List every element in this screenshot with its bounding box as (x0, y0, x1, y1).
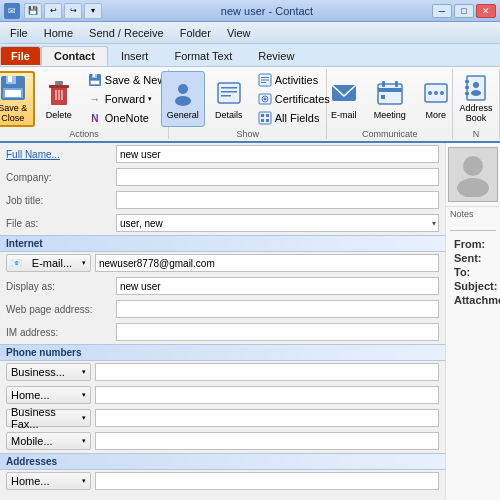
email-input[interactable] (95, 254, 439, 272)
tab-format-text[interactable]: Format Text (161, 46, 245, 66)
svg-rect-15 (91, 81, 99, 84)
mobile-button[interactable]: Mobile... ▾ (6, 432, 91, 450)
display-as-input[interactable] (116, 277, 439, 295)
details-button[interactable]: Details (207, 71, 251, 127)
activities-icon (258, 73, 272, 87)
business-fax-input[interactable] (95, 409, 439, 427)
minimize-button[interactable]: ─ (432, 4, 452, 18)
actions-label: Actions (69, 127, 99, 139)
communicate-label: Communicate (362, 127, 418, 139)
web-input[interactable] (116, 300, 439, 318)
display-as-row: Display as: (0, 275, 445, 298)
activities-label: Activities (275, 74, 318, 86)
title-bar: ✉ 💾 ↩ ↪ ▾ new user - Contact ─ □ ✕ (0, 0, 500, 22)
tab-file[interactable]: File (0, 46, 41, 66)
address-input[interactable] (95, 472, 439, 490)
delete-button[interactable]: Delete (37, 71, 81, 127)
mobile-dropdown: ▾ (82, 437, 86, 445)
general-label: General (167, 111, 199, 121)
svg-rect-38 (395, 81, 398, 87)
outlook-icon: ✉ (4, 3, 20, 19)
forward-label: Forward (105, 93, 145, 105)
job-title-input[interactable] (116, 191, 439, 209)
more-button[interactable]: More (414, 71, 458, 127)
full-name-input[interactable] (116, 145, 439, 163)
meeting-button[interactable]: Meeting (368, 71, 412, 127)
save-close-icon (0, 74, 29, 102)
menu-bar: File Home Send / Receive Folder View (0, 22, 500, 44)
address-home-button[interactable]: Home... ▾ (6, 472, 91, 490)
contact-avatar[interactable] (448, 147, 498, 202)
svg-rect-31 (266, 114, 269, 117)
full-name-label[interactable]: Full Name... (6, 149, 116, 160)
file-as-select[interactable]: user, new (116, 214, 439, 232)
show-content: General Details (161, 71, 335, 127)
notes-label: Notes (446, 206, 500, 221)
phone-section-header: Phone numbers (0, 344, 445, 361)
address-label: N (473, 127, 480, 139)
window-title: new user - Contact (221, 5, 313, 17)
mobile-input[interactable] (95, 432, 439, 450)
svg-rect-20 (221, 91, 237, 93)
maximize-button[interactable]: □ (454, 4, 474, 18)
display-as-label: Display as: (6, 281, 116, 292)
address-book-label: Address Book (460, 104, 493, 124)
home-phone-button[interactable]: Home... ▾ (6, 386, 91, 404)
show-label: Show (237, 127, 260, 139)
address-row: Home... ▾ (0, 470, 445, 493)
menu-home[interactable]: Home (36, 23, 81, 43)
form-main: Full Name... Company: Job title: File as… (0, 143, 445, 500)
home-dropdown: ▾ (82, 391, 86, 399)
notes-content: From: Sent: To: Subject: Attachmen (446, 221, 500, 500)
forward-icon: → (88, 92, 102, 106)
svg-rect-8 (55, 90, 57, 100)
tab-contact[interactable]: Contact (41, 46, 108, 66)
business-label: Business... (11, 366, 65, 378)
tab-insert[interactable]: Insert (108, 46, 162, 66)
ribbon-group-actions: Save & Close Delete (0, 69, 169, 139)
address-home-dropdown: ▾ (82, 477, 86, 485)
full-name-row: Full Name... (0, 143, 445, 166)
from-label: From: (454, 237, 492, 251)
save-close-button[interactable]: Save & Close (0, 71, 35, 127)
svg-rect-6 (49, 85, 69, 88)
business-phone-input[interactable] (95, 363, 439, 381)
svg-rect-36 (378, 88, 402, 92)
business-fax-button[interactable]: Business Fax... ▾ (6, 409, 91, 427)
dropdown-qs-btn[interactable]: ▾ (84, 3, 102, 19)
redo-qs-btn[interactable]: ↪ (64, 3, 82, 19)
svg-rect-33 (266, 119, 269, 122)
menu-view[interactable]: View (219, 23, 259, 43)
all-fields-label: All Fields (275, 112, 320, 124)
im-input[interactable] (116, 323, 439, 341)
certificates-icon (258, 92, 272, 106)
company-input[interactable] (116, 168, 439, 186)
business-fax-row: Business Fax... ▾ (0, 407, 445, 430)
svg-rect-21 (221, 95, 231, 97)
business-phone-button[interactable]: Business... ▾ (6, 363, 91, 381)
right-panel: Notes From: Sent: To: Subject: Attachmen (445, 143, 500, 500)
home-phone-input[interactable] (95, 386, 439, 404)
save-qs-btn[interactable]: 💾 (24, 3, 42, 19)
menu-folder[interactable]: Folder (172, 23, 219, 43)
svg-rect-19 (221, 87, 237, 89)
details-label: Details (215, 111, 243, 121)
tab-review[interactable]: Review (245, 46, 307, 66)
sent-label: Sent: (454, 251, 492, 265)
general-button[interactable]: General (161, 71, 205, 127)
svg-point-17 (175, 96, 191, 106)
to-label: To: (454, 265, 492, 279)
email-icon: 📧 (11, 258, 22, 268)
web-label: Web page address: (6, 304, 116, 315)
svg-point-42 (434, 91, 438, 95)
email-comm-button[interactable]: E-mail (322, 71, 366, 127)
undo-qs-btn[interactable]: ↩ (44, 3, 62, 19)
address-book-button[interactable]: Address Book (454, 71, 498, 127)
save-new-label: Save & New (105, 74, 166, 86)
menu-file[interactable]: File (2, 23, 36, 43)
svg-rect-13 (93, 74, 95, 77)
close-button[interactable]: ✕ (476, 4, 496, 18)
address-home-label: Home... (11, 475, 50, 487)
email-type-button[interactable]: 📧 E-mail... ▾ (6, 254, 91, 272)
menu-send-receive[interactable]: Send / Receive (81, 23, 172, 43)
